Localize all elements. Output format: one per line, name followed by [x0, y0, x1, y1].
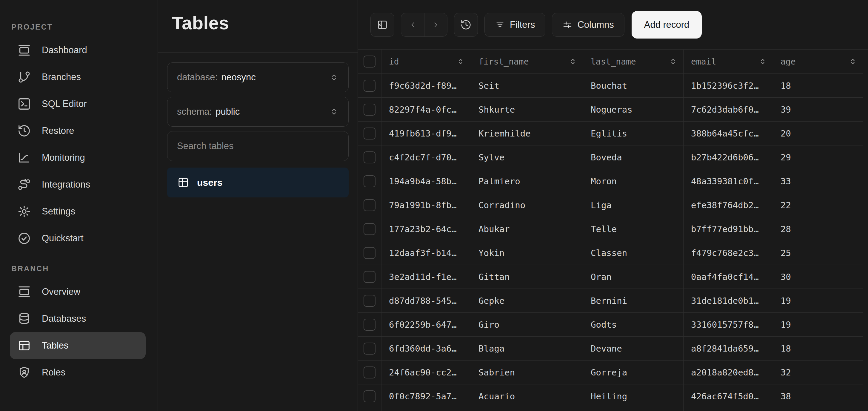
column-header-last_name[interactable]: last_name	[583, 50, 684, 74]
table-cell[interactable]: 38	[773, 384, 863, 408]
row-checkbox[interactable]	[364, 127, 375, 140]
table-cell[interactable]: Sylve	[471, 145, 583, 169]
row-checkbox[interactable]	[364, 80, 375, 92]
sidebar-item-overview[interactable]: Overview	[10, 278, 146, 305]
table-cell[interactable]: 3e2ad11d-f1e…	[381, 265, 471, 289]
table-row[interactable]: 177a23b2-64c…AbukarTelleb7ff77ed91bb…28	[358, 217, 864, 241]
table-cell[interactable]: 6fd360dd-3a6…	[381, 336, 471, 360]
table-cell[interactable]: Abukar	[471, 217, 583, 241]
table-row[interactable]: 6f02259b-647…GiroGodts3316015757f8…19	[358, 313, 864, 336]
row-checkbox[interactable]	[364, 151, 375, 164]
table-cell[interactable]: b27b422d6b06…	[684, 145, 773, 169]
row-checkbox[interactable]	[364, 223, 375, 235]
table-cell[interactable]: Nogueras	[583, 98, 684, 122]
sidebar-item-quickstart[interactable]: Quickstart	[10, 225, 146, 252]
table-cell[interactable]: Giro	[471, 313, 583, 336]
row-checkbox[interactable]	[364, 199, 375, 211]
table-row[interactable]: c4f2dc7f-d70…SylveBovedab27b422d6b06…29	[358, 145, 864, 169]
table-row[interactable]: 0f0c7892-5a7…AcuarioHeiling426ac674f5d0……	[358, 384, 864, 408]
table-row[interactable]: 82297f4a-0fc…ShkurteNogueras7c62d3dab6f0…	[358, 98, 864, 122]
table-cell[interactable]: 194a9b4a-58b…	[381, 169, 471, 193]
table-cell[interactable]: c4f2dc7f-d70…	[381, 145, 471, 169]
table-cell[interactable]: 39	[773, 98, 863, 122]
table-cell[interactable]: 1b152396c3f2…	[684, 74, 773, 98]
table-row[interactable]: 6fd360dd-3a6…BlagaDevanea8f2841da659…18	[358, 336, 864, 360]
column-header-email[interactable]: email	[684, 50, 773, 74]
table-row[interactable]: 79a1991b-8fb…CorradinoLigaefe38f764db2…2…	[358, 193, 864, 217]
row-checkbox[interactable]	[364, 390, 375, 402]
table-row[interactable]: f9c63d2d-f89…SeitBouchat1b152396c3f2…18	[358, 74, 864, 98]
row-checkbox[interactable]	[364, 366, 375, 378]
table-cell[interactable]: Boveda	[583, 145, 684, 169]
table-cell[interactable]: Shkurte	[471, 98, 583, 122]
table-cell[interactable]: 0f0c7892-5a7…	[381, 384, 471, 408]
next-page-button[interactable]	[424, 13, 447, 36]
search-tables-input[interactable]	[177, 141, 339, 151]
table-row[interactable]: d87dd788-545…GepkeBernini31de181de0b1…19	[358, 289, 864, 313]
table-cell[interactable]: Moron	[583, 169, 684, 193]
table-cell[interactable]: Seit	[471, 74, 583, 98]
table-cell[interactable]: Gepke	[471, 289, 583, 313]
table-cell[interactable]: Sabrien	[471, 360, 583, 384]
table-row[interactable]: 419fb613-df9…KriemhildeEglitis388b64a45c…	[358, 122, 864, 145]
sidebar-item-branches[interactable]: Branches	[10, 64, 146, 90]
table-cell[interactable]: 25	[773, 241, 863, 265]
table-row[interactable]: 194a9b4a-58b…PalmieroMoron48a339381c0f…3…	[358, 169, 864, 193]
table-cell[interactable]: 177a23b2-64c…	[381, 217, 471, 241]
table-cell[interactable]: a8f2841da659…	[684, 336, 773, 360]
table-cell[interactable]: 18	[773, 336, 863, 360]
table-cell[interactable]: 419fb613-df9…	[381, 122, 471, 145]
column-header-id[interactable]: id	[381, 50, 471, 74]
table-cell[interactable]: Classen	[583, 241, 684, 265]
table-cell[interactable]: Eglitis	[583, 122, 684, 145]
table-cell[interactable]: 31de181de0b1…	[684, 289, 773, 313]
table-cell[interactable]: 29	[773, 145, 863, 169]
sidebar-item-tables[interactable]: Tables	[10, 332, 146, 359]
table-row[interactable]: 24f6ac90-cc2…SabrienGorrejaa2018a820ed8……	[358, 360, 864, 384]
select-all-checkbox[interactable]	[364, 56, 375, 67]
sidebar-item-restore[interactable]: Restore	[10, 117, 146, 144]
sidebar-item-monitoring[interactable]: Monitoring	[10, 144, 146, 171]
sidebar-item-integrations[interactable]: Integrations	[10, 171, 146, 198]
table-cell[interactable]: f479c768e2c3…	[684, 241, 773, 265]
table-cell[interactable]: Heiling	[583, 384, 684, 408]
columns-button[interactable]: Columns	[552, 13, 624, 37]
table-cell[interactable]: efe38f764db2…	[684, 193, 773, 217]
add-record-button[interactable]: Add record	[631, 11, 702, 38]
column-header-first_name[interactable]: first_name	[471, 50, 583, 74]
table-cell[interactable]: 426ac674f5d0…	[684, 384, 773, 408]
database-select[interactable]: database: neosync	[167, 62, 349, 92]
sidebar-item-databases[interactable]: Databases	[10, 305, 146, 332]
table-cell[interactable]: 19	[773, 313, 863, 336]
table-cell[interactable]: Devane	[583, 336, 684, 360]
sidebar-item-roles[interactable]: Roles	[10, 359, 146, 386]
table-cell[interactable]: a2018a820ed8…	[684, 360, 773, 384]
table-cell[interactable]: Liga	[583, 193, 684, 217]
table-cell[interactable]: f9c63d2d-f89…	[381, 74, 471, 98]
table-cell[interactable]: 3316015757f8…	[684, 313, 773, 336]
table-cell[interactable]: Telle	[583, 217, 684, 241]
history-button[interactable]	[454, 13, 478, 37]
table-cell[interactable]: 388b64a45cfc…	[684, 122, 773, 145]
table-cell[interactable]: Godts	[583, 313, 684, 336]
table-cell[interactable]: Yokin	[471, 241, 583, 265]
row-checkbox[interactable]	[364, 175, 375, 187]
row-checkbox[interactable]	[364, 319, 375, 331]
table-cell[interactable]: 48a339381c0f…	[684, 169, 773, 193]
table-cell[interactable]: Bernini	[583, 289, 684, 313]
sidebar-item-settings[interactable]: Settings	[10, 198, 146, 225]
table-cell[interactable]: Kriemhilde	[471, 122, 583, 145]
table-cell[interactable]: b7ff77ed91bb…	[684, 217, 773, 241]
table-cell[interactable]: d87dd788-545…	[381, 289, 471, 313]
table-row[interactable]: 3e2ad11d-f1e…GittanOran0aaf4fa0cf14…30	[358, 265, 864, 289]
table-cell[interactable]: 20	[773, 122, 863, 145]
table-row[interactable]: 12daaf3f-b14…YokinClassenf479c768e2c3…25	[358, 241, 864, 265]
row-checkbox[interactable]	[364, 247, 375, 259]
table-cell[interactable]: 82297f4a-0fc…	[381, 98, 471, 122]
table-cell[interactable]: Blaga	[471, 336, 583, 360]
table-cell[interactable]: Bouchat	[583, 74, 684, 98]
table-cell[interactable]: Gittan	[471, 265, 583, 289]
row-checkbox[interactable]	[364, 295, 375, 307]
row-checkbox[interactable]	[364, 271, 375, 283]
table-cell[interactable]: 24f6ac90-cc2…	[381, 360, 471, 384]
